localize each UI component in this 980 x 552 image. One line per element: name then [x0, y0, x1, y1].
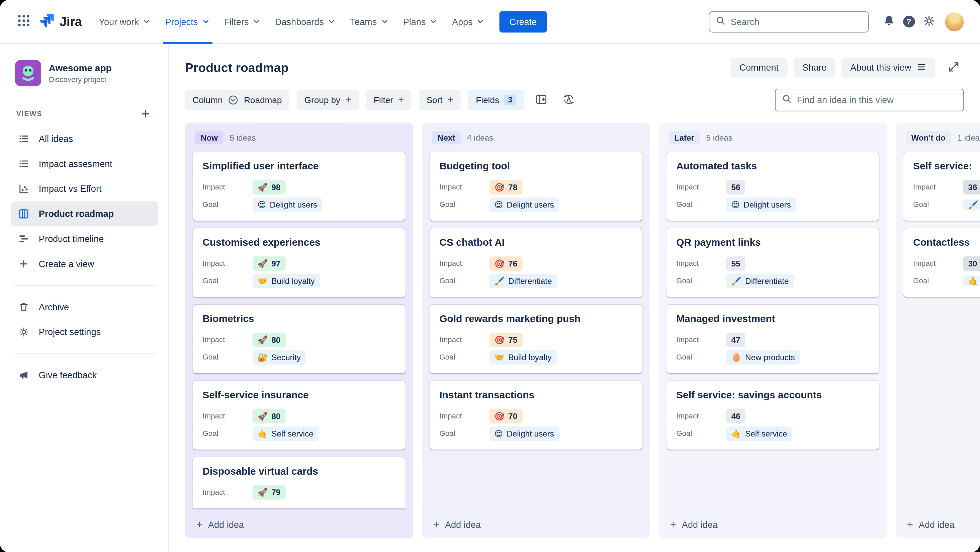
impact-chip: 🚀80	[253, 409, 285, 423]
comment-button[interactable]: Comment	[731, 57, 788, 78]
give-feedback-button[interactable]: Give feedback	[11, 362, 158, 388]
impact-chip: 🎯75	[490, 332, 522, 347]
chip-label: 79	[271, 486, 280, 498]
emoji-icon: 🥚	[732, 353, 741, 361]
expand-view-button[interactable]	[944, 57, 964, 78]
plus-icon	[18, 259, 30, 269]
scatter-icon	[18, 183, 30, 195]
field-label: Impact	[676, 412, 726, 420]
chevron-down-icon	[429, 17, 438, 26]
field-label: Goal	[676, 200, 726, 209]
sidebar-item-product-roadmap[interactable]: Product roadmap	[11, 201, 158, 226]
settings-button[interactable]	[919, 12, 939, 32]
toolbar-pill-group-by[interactable]: Group by+	[297, 90, 359, 110]
card-field-row: Goal😍Delight users	[439, 424, 632, 442]
project-header[interactable]: Awesome app Discovery project	[15, 60, 158, 86]
field-label: Impact	[439, 412, 489, 420]
views-label: VIEWS	[16, 110, 43, 118]
emoji-icon: 🤙	[258, 429, 268, 437]
column-cards: Self service:Impact36Goal🖌️ContactlessIm…	[903, 152, 980, 512]
column-status-chip: Won't do	[906, 131, 951, 144]
idea-card[interactable]: QR payment linksImpact55Goal🖌️Differenti…	[666, 228, 879, 297]
idea-title: Managed investment	[676, 313, 869, 325]
header-actions: Comment Share About this view	[731, 57, 964, 78]
idea-card[interactable]: Gold rewards marketing pushImpact🎯75Goal…	[429, 305, 643, 373]
sidebar-item-label: Impact vs Effort	[39, 184, 102, 194]
grid-icon	[17, 14, 30, 29]
idea-card[interactable]: Automated tasksImpact56Goal😍Delight user…	[666, 152, 879, 220]
idea-card[interactable]: Self-service insuranceImpact🚀80Goal🤙Self…	[192, 381, 406, 450]
field-label: Goal	[913, 276, 963, 285]
insert-column-icon	[535, 93, 547, 107]
emoji-icon: 🚀	[258, 183, 268, 191]
app-switcher-button[interactable]	[14, 12, 34, 32]
toolbar-pill-sort[interactable]: Sort+	[419, 90, 461, 110]
find-idea-search[interactable]	[775, 89, 964, 111]
project-title-block: Awesome app Discovery project	[49, 62, 112, 84]
column-status-chip: Next	[432, 131, 461, 144]
find-idea-input[interactable]	[797, 95, 957, 105]
help-button[interactable]: ?	[899, 12, 919, 32]
field-label: Goal	[439, 429, 489, 437]
idea-card[interactable]: Simplified user interfaceImpact🚀98Goal😍D…	[192, 152, 406, 220]
sidebar-item-create-a-view[interactable]: Create a view	[11, 251, 158, 276]
sidebar-item-archive[interactable]: Archive	[11, 295, 158, 320]
add-idea-label: Add idea	[919, 519, 955, 529]
column-idea-count: 5 ideas	[706, 133, 732, 143]
card-field-row: Impact🎯76	[439, 254, 632, 272]
idea-card[interactable]: Disposable virtual cardsImpact🚀79	[192, 457, 406, 509]
goal-chip: 🤙	[963, 276, 980, 286]
idea-card[interactable]: Self service:Impact36Goal🖌️	[903, 152, 980, 220]
add-view-button[interactable]	[138, 107, 153, 121]
idea-card[interactable]: Instant transactionsImpact🎯70Goal😍Deligh…	[429, 381, 643, 450]
global-search[interactable]	[709, 11, 869, 32]
topbar-nav: Your workProjectsFiltersDashboardsTeamsP…	[92, 0, 492, 43]
toolbar-pill-filter[interactable]: Filter+	[366, 90, 411, 110]
sidebar-item-project-settings[interactable]: Project settings	[11, 320, 158, 345]
add-idea-button[interactable]: +Add idea	[903, 512, 980, 531]
idea-card[interactable]: ContactlessImpact30Goal🤙	[903, 228, 980, 297]
add-idea-button[interactable]: +Add idea	[666, 512, 879, 531]
idea-card[interactable]: Customised experiencesImpact🚀97Goal🤝Buil…	[192, 228, 406, 297]
about-this-view-button[interactable]: About this view	[842, 57, 935, 78]
sidebar-item-product-timeline[interactable]: Product timeline	[11, 226, 158, 251]
topbar-nav-teams[interactable]: Teams	[343, 0, 396, 43]
add-idea-button[interactable]: +Add idea	[192, 512, 406, 531]
topbar-nav-projects[interactable]: Projects	[158, 0, 217, 43]
chip-label: 97	[271, 257, 280, 269]
add-idea-button[interactable]: +Add idea	[429, 512, 643, 531]
field-label: Impact	[676, 259, 726, 268]
global-search-input[interactable]	[731, 17, 862, 27]
chevron-down-icon	[327, 17, 336, 26]
topbar-nav-filters[interactable]: Filters	[217, 0, 268, 43]
create-button[interactable]: Create	[500, 11, 547, 32]
sort-alphabetical-refresh-icon	[562, 93, 575, 107]
field-label: Impact	[202, 182, 252, 191]
view-type-control[interactable]: Column Roadmap	[185, 90, 290, 110]
column-cards: Simplified user interfaceImpact🚀98Goal😍D…	[192, 152, 406, 512]
topbar: Jira Your workProjectsFiltersDashboardsT…	[0, 0, 980, 44]
user-avatar[interactable]	[945, 12, 964, 31]
sidebar-item-impact-vs-effort[interactable]: Impact vs Effort	[11, 176, 158, 201]
idea-card[interactable]: Managed investmentImpact47Goal🥚New produ…	[666, 305, 879, 373]
column-idea-count: 4 ideas	[467, 133, 493, 143]
jira-logo[interactable]: Jira	[39, 12, 82, 31]
auto-sort-button[interactable]	[558, 90, 579, 110]
sidebar-item-all-ideas[interactable]: All ideas	[11, 126, 158, 151]
impact-chip: 🚀97	[253, 256, 285, 270]
add-idea-label: Add idea	[682, 519, 718, 529]
notifications-button[interactable]	[879, 12, 899, 32]
topbar-nav-dashboards[interactable]: Dashboards	[268, 0, 343, 43]
list-icon	[18, 133, 30, 145]
sidebar-item-impact-assesment[interactable]: Impact assesment	[11, 151, 158, 176]
topbar-nav-apps[interactable]: Apps	[445, 0, 492, 43]
idea-card[interactable]: BiometricsImpact🚀80Goal🔐Security	[192, 305, 406, 373]
share-button[interactable]: Share	[794, 57, 835, 78]
topbar-nav-your-work[interactable]: Your work	[92, 0, 158, 43]
idea-card[interactable]: Self service: savings accountsImpact46Go…	[666, 381, 879, 450]
idea-card[interactable]: CS chatbot AIImpact🎯76Goal🖌️Differentiat…	[429, 228, 643, 297]
insert-column-button[interactable]	[531, 90, 551, 110]
idea-card[interactable]: Budgeting toolImpact🎯78Goal😍Delight user…	[429, 152, 643, 220]
fields-pill[interactable]: Fields 3	[468, 90, 523, 110]
topbar-nav-plans[interactable]: Plans	[396, 0, 445, 43]
